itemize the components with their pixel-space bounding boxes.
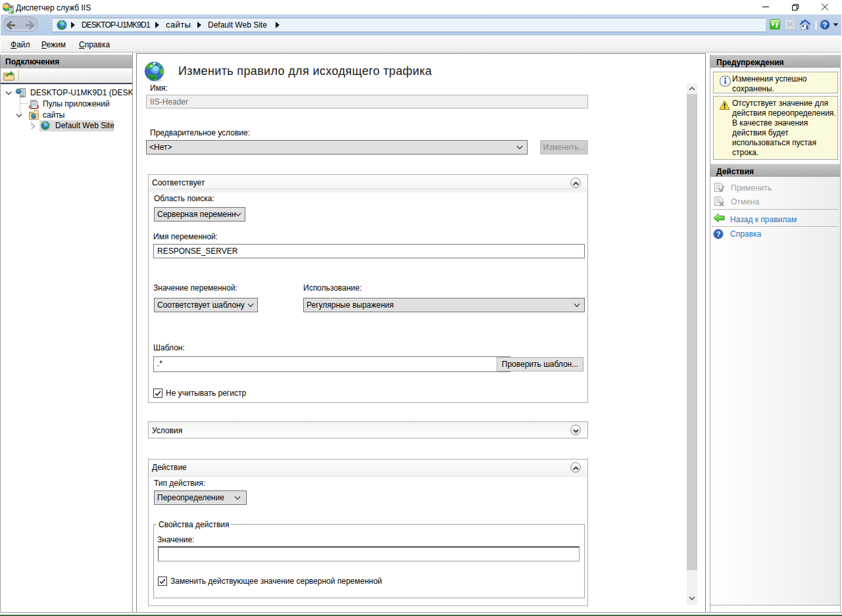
svg-text:?: ? xyxy=(822,21,827,29)
svg-text:?: ? xyxy=(716,230,721,238)
